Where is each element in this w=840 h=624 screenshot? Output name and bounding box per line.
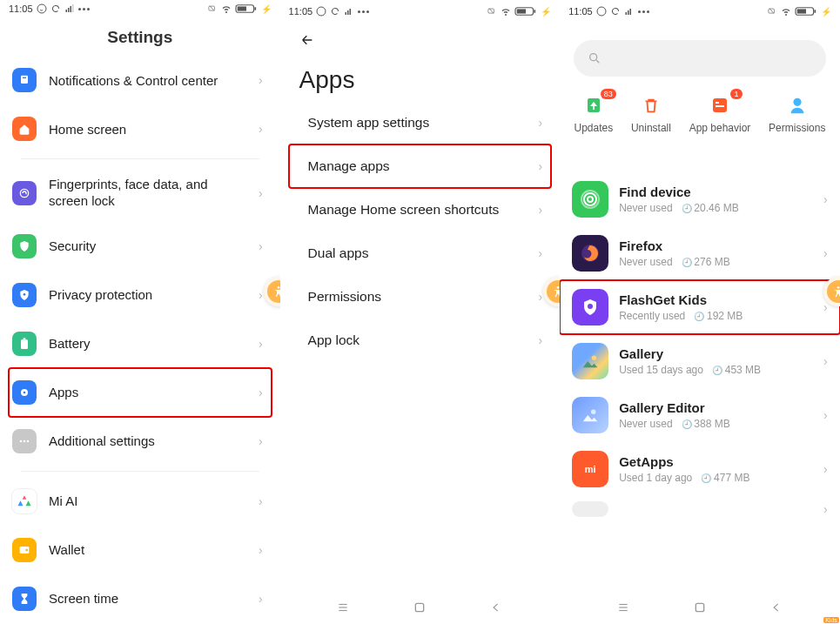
app-name: Find device (619, 185, 813, 199)
whatsapp-icon (37, 3, 47, 14)
nav-home-button[interactable] (687, 599, 713, 616)
svg-rect-46 (629, 9, 631, 15)
gallery-icon (572, 343, 608, 379)
settings-item-label: Privacy protection (49, 287, 246, 302)
svg-point-20 (24, 439, 26, 442)
camera-off-icon (207, 3, 218, 14)
apps-item-manage[interactable]: Manage apps › (289, 144, 552, 188)
chevron-right-icon: › (823, 246, 828, 260)
svg-point-0 (37, 4, 46, 13)
battery-icon: 3 (235, 3, 258, 14)
svg-rect-42 (416, 603, 424, 611)
apps-item-applock[interactable]: App lock › (289, 319, 552, 362)
apps-item-label: System app settings (308, 115, 539, 131)
svg-point-38 (557, 286, 560, 289)
settings-item-privacy[interactable]: Privacy protection › (9, 271, 272, 319)
chevron-right-icon: › (259, 239, 263, 253)
battery-icon (514, 6, 537, 17)
sync-icon (50, 3, 61, 14)
signal-icon (64, 3, 75, 14)
whatsapp-icon (596, 6, 607, 17)
chevron-right-icon: › (539, 333, 543, 347)
wallet-icon (12, 538, 37, 562)
chevron-right-icon: › (259, 122, 263, 136)
settings-item-apps[interactable]: Apps › (9, 368, 272, 417)
settings-item-label: Screen time (49, 591, 246, 606)
nav-back-button[interactable] (763, 599, 790, 616)
app-usage: Used 15 days ago (619, 364, 703, 376)
svg-point-59 (588, 197, 593, 202)
app-row-gallery-editor[interactable]: Gallery Editor Never used 388 MB › (560, 388, 840, 442)
apps-item-dual[interactable]: Dual apps › (289, 231, 552, 275)
updates-badge: 83 (601, 89, 616, 99)
phone-screen-settings: 11:05 3 ⚡ Settings (0, 0, 280, 624)
svg-point-13 (20, 189, 28, 197)
app-size: 20.46 MB (682, 202, 739, 214)
svg-rect-1 (65, 10, 67, 12)
apps-item-shortcuts[interactable]: Manage Home screen shortcuts › (289, 188, 552, 231)
firefox-icon (572, 235, 608, 272)
settings-item-security[interactable]: Security › (9, 222, 272, 271)
svg-rect-12 (23, 77, 26, 78)
settings-item-additional[interactable]: Additional settings › (9, 417, 272, 466)
svg-rect-3 (70, 6, 71, 12)
svg-rect-44 (625, 12, 627, 15)
svg-rect-9 (237, 6, 245, 10)
apps-item-label: Dual apps (308, 245, 539, 261)
svg-rect-45 (628, 10, 629, 15)
settings-item-wallet[interactable]: Wallet › (9, 526, 272, 574)
svg-point-58 (793, 98, 801, 106)
app-size: 276 MB (682, 256, 730, 268)
app-row-gallery[interactable]: Gallery Used 15 days ago 453 MB › (560, 334, 840, 388)
settings-item-homescreen[interactable]: Home screen › (9, 104, 272, 153)
divider (21, 471, 259, 472)
signal-icon (624, 6, 635, 17)
settings-item-label: Wallet (49, 542, 246, 557)
nav-home-button[interactable] (407, 599, 433, 616)
svg-point-19 (20, 439, 23, 442)
settings-item-notifications[interactable]: Notifications & Control center › (9, 56, 272, 104)
app-row-flashget-kids[interactable]: Kids FlashGet Kids Recently used 192 MB … (560, 280, 840, 334)
charging-icon: ⚡ (541, 7, 551, 17)
apps-item-permissions[interactable]: Permissions › (289, 275, 552, 319)
svg-point-24 (277, 286, 279, 289)
action-behavior[interactable]: 1 App behavior (689, 94, 751, 134)
chevron-right-icon: › (823, 462, 828, 476)
settings-item-fingerprint[interactable]: Fingerprints, face data, and screen lock… (9, 164, 272, 222)
action-permissions[interactable]: Permissions (769, 94, 825, 134)
svg-point-63 (588, 304, 593, 309)
action-label: Permissions (769, 122, 825, 134)
nav-back-button[interactable] (483, 599, 509, 616)
back-button[interactable] (298, 35, 317, 50)
status-time: 11:05 (9, 3, 33, 14)
action-uninstall[interactable]: Uninstall (631, 94, 671, 134)
svg-line-48 (769, 9, 774, 14)
nav-recent-button[interactable] (610, 599, 636, 616)
svg-rect-16 (24, 338, 26, 339)
settings-item-screentime[interactable]: Screen time › (9, 574, 272, 623)
settings-item-battery[interactable]: Battery › (9, 319, 272, 368)
settings-item-label: Security (49, 238, 246, 253)
behavior-badge: 1 (730, 89, 743, 99)
app-row-find-device[interactable]: Find device Never used 20.46 MB › (560, 172, 840, 226)
status-bar: 11:05 3 ⚡ (0, 0, 280, 16)
search-input[interactable] (574, 40, 826, 77)
svg-line-6 (210, 6, 214, 11)
action-updates[interactable]: 83 Updates (575, 94, 614, 134)
getapps-icon: mi (572, 451, 608, 487)
svg-point-52 (590, 54, 597, 61)
svg-point-29 (317, 7, 326, 16)
svg-point-60 (584, 193, 596, 205)
svg-rect-51 (796, 9, 805, 13)
settings-item-miai[interactable]: Mi AI › (9, 477, 272, 526)
nav-recent-button[interactable] (330, 599, 356, 616)
apps-item-system[interactable]: System app settings › (289, 101, 552, 144)
app-row-partial[interactable]: › (560, 496, 840, 517)
svg-rect-4 (72, 4, 74, 12)
wifi-icon (221, 3, 232, 14)
apps-item-label: Permissions (308, 289, 539, 305)
app-row-firefox[interactable]: Firefox Never used 276 MB › (560, 226, 840, 280)
whatsapp-icon (316, 6, 326, 17)
chevron-right-icon: › (259, 543, 263, 557)
app-row-getapps[interactable]: mi GetApps Used 1 day ago 477 MB › (560, 442, 840, 496)
